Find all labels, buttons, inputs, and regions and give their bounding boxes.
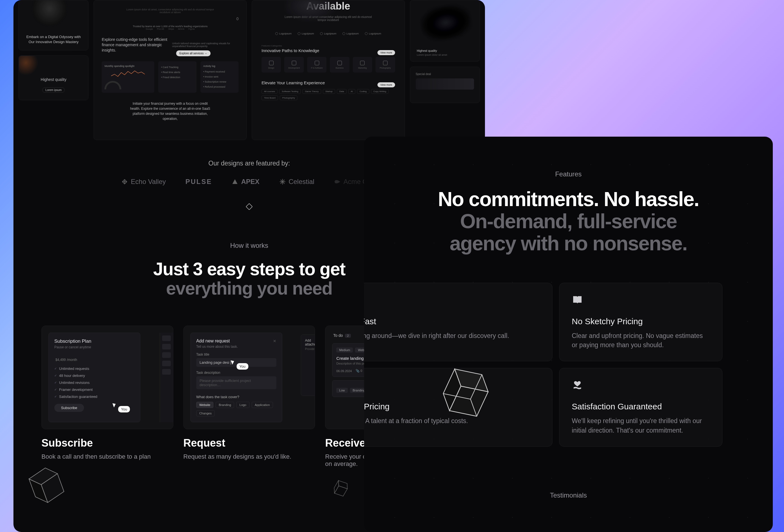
feature-title: Lightning Fast	[364, 317, 540, 326]
showcase-card-quality-2: Highest quality Lorem ipsum dolor sit am…	[410, 0, 480, 62]
feature-desc: No more waiting around—we dive in right …	[364, 331, 540, 340]
showcase-card-finance: Lorem ipsum dolor sit amet, consectetur …	[93, 0, 247, 140]
showcase-card-odyssey: Embark on a Digital Odyssey with Our Inn…	[19, 0, 88, 50]
step-desc: Request as many designs as you'd like.	[184, 453, 315, 460]
plan-feature: Framer development	[54, 388, 134, 392]
heart-hand-icon	[572, 380, 583, 391]
glass-cube-decor-small	[330, 476, 352, 498]
sc-c-sec1-title: Innovative Paths to Knowledge	[261, 48, 319, 53]
filter-chip[interactable]: Data	[337, 89, 347, 94]
plan-price: $4,499/month	[54, 355, 134, 363]
right-panel: Features No commitments. No hassle. On-d…	[364, 137, 773, 532]
category-tile[interactable]: Business	[330, 57, 349, 73]
task-title-input[interactable]: Landing page desi You	[196, 358, 276, 367]
view-more-button-2[interactable]: View more	[377, 82, 395, 87]
filter-chip[interactable]: All courses	[261, 89, 278, 94]
kanban-card-date: 06.09.2024	[336, 369, 352, 373]
phone-icon	[292, 61, 296, 65]
cursor-bubble: You	[236, 363, 248, 370]
crossed-tools-icon	[269, 61, 274, 65]
testimonials-label: Testimonials	[364, 492, 773, 499]
filter-chip[interactable]: Game Theory	[302, 89, 321, 94]
category-tile[interactable]: Design	[261, 57, 281, 73]
showcase-quality1-title: Highest quality	[24, 77, 83, 82]
feature-desc: Access Grade A talent at a fraction of t…	[364, 416, 540, 426]
showcase-quality1-badge: Lorem ipsum	[42, 87, 65, 93]
tag-chip[interactable]: Branding	[216, 402, 234, 408]
feature-title: Affordable Pricing	[364, 402, 540, 411]
priority-chip: Medium	[336, 347, 353, 353]
acme-icon	[334, 178, 341, 185]
attachment-count: 📎 0	[356, 369, 362, 373]
feature-card: Affordable Pricing Access Grade A talent…	[364, 368, 553, 447]
tag-chip[interactable]: Website	[196, 402, 214, 408]
briefcase-icon	[337, 61, 342, 65]
request-subtitle: Tell us more about this task.	[196, 345, 276, 348]
close-icon[interactable]: ✕	[273, 339, 276, 343]
task-title-label: Task title	[196, 353, 276, 357]
sc-b-headline: Explore cutting-edge tools for efficient…	[102, 37, 168, 53]
echo-valley-icon	[121, 178, 128, 185]
subscribe-button[interactable]: Subscribe	[54, 404, 84, 412]
sc-b-logo-strip: GooglePULSEStripeAirbnbFigma	[102, 28, 239, 30]
step-desc: Book a call and then subscribe to a plan	[41, 453, 173, 460]
plan-features: Unlimited requests 48 hour delivery Unli…	[54, 366, 134, 399]
sc-b-trusted: Trusted by teams at over 1,000 of the wo…	[102, 25, 239, 28]
cursor-arrow-icon	[231, 360, 235, 365]
filter-chip[interactable]: AI	[348, 89, 356, 94]
step-subscribe-preview: Subscription Plan Pause or cancel anytim…	[41, 326, 173, 429]
filter-chip[interactable]: Software Testing	[279, 89, 301, 94]
feature-desc: We'll keep refining until you're thrille…	[572, 416, 710, 435]
view-more-button[interactable]: View more	[377, 50, 395, 55]
diamond-icon	[246, 203, 253, 210]
showcase-card-quality-1: Highest quality Lorem ipsum	[19, 55, 88, 100]
task-cover-label: What does the task cover?	[196, 395, 276, 399]
sc-b-foot: Initiate your financial journey with a f…	[129, 101, 211, 121]
showcase-strip: Embark on a Digital Odyssey with Our Inn…	[13, 0, 485, 140]
category-tile[interactable]: IT & Software	[307, 57, 327, 73]
feature-title: Satisfaction Guaranteed	[572, 402, 710, 411]
filter-chip[interactable]: Copy Writing	[371, 89, 389, 94]
featured-logo: PULSE	[185, 178, 212, 186]
feature-desc: Clear and upfront pricing. No vague esti…	[572, 331, 710, 350]
feature-card: No Sketchy Pricing Clear and upfront pri…	[559, 283, 722, 362]
tag-chip[interactable]: Changes	[196, 410, 215, 416]
cursor-you: You	[231, 360, 248, 370]
plan-feature: 48 hour delivery	[54, 373, 134, 378]
step-title: Request	[184, 437, 315, 449]
category-tile[interactable]: Development	[284, 57, 304, 73]
sc-c-logos: Logoipsum Logoipsum Logoipsum Logoipsum …	[252, 32, 404, 35]
filter-chip[interactable]: Coding	[357, 89, 369, 94]
features-grid: Lightning Fast No more waiting around—we…	[364, 255, 773, 447]
feature-card: Lightning Fast No more waiting around—we…	[364, 283, 553, 362]
category-tile[interactable]: Photography	[375, 57, 395, 73]
filter-chip[interactable]: Photography	[280, 95, 297, 100]
plan-feature: Unlimited revisions	[54, 381, 134, 385]
showcase-odyssey-title: Embark on a Digital Odyssey with Our Inn…	[25, 34, 82, 44]
priority-chip: Low	[336, 388, 347, 393]
plan-subtitle: Pause or cancel anytime	[54, 345, 134, 349]
category-tile[interactable]: Marketing	[353, 57, 372, 73]
explore-services-button[interactable]: Explore all services →	[176, 50, 211, 56]
features-label: Features	[364, 170, 773, 178]
cursor-bubble: You	[118, 406, 130, 413]
sc-c-sec2-title: Elevate Your Learning Experience	[261, 80, 325, 85]
task-desc-input[interactable]: Please provide sufficient project descri…	[196, 376, 276, 389]
attachments-panel: Add attachments Provide us with	[301, 334, 315, 396]
step-title: Subscribe	[41, 437, 173, 449]
plan-feature: Satisfaction guaranteed	[54, 394, 134, 399]
sc-b-top-para: Lorem ipsum dolor sit amet, consectetur …	[122, 8, 218, 14]
plan-title: Subscription Plan	[54, 338, 134, 344]
filter-chip[interactable]: Time Board	[261, 95, 278, 100]
filter-chip[interactable]: Startup	[323, 89, 335, 94]
camera-icon	[383, 61, 388, 65]
apex-icon	[231, 178, 238, 185]
feature-card: Satisfaction Guaranteed We'll keep refin…	[559, 368, 722, 447]
featured-logo: Celestial	[279, 178, 314, 186]
task-desc-label: Task description	[196, 371, 276, 375]
cursor-you: You	[113, 403, 130, 413]
task-tags: Website Branding Logo Application Change…	[196, 402, 276, 416]
cursor-arrow-icon	[113, 402, 117, 408]
tag-chip[interactable]: Application	[252, 402, 273, 408]
tag-chip[interactable]: Logo	[236, 402, 249, 408]
